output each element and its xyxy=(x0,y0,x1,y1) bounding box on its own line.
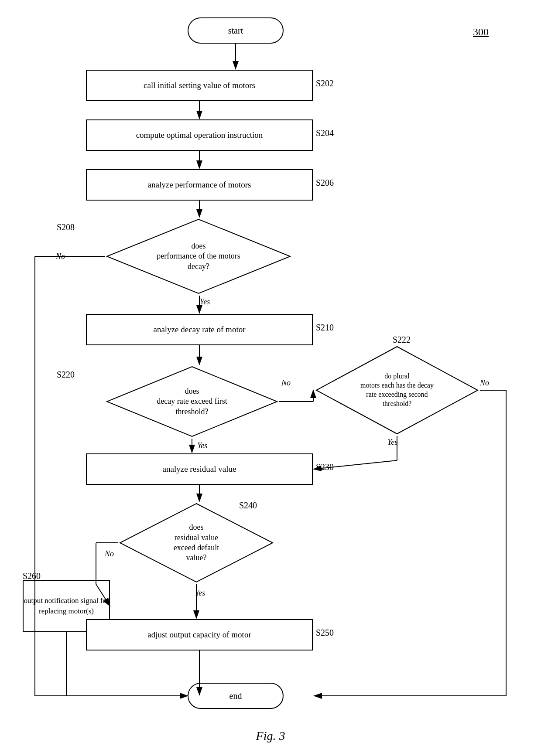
s240-diamond: doesresidual valueexceed defaultvalue? xyxy=(118,501,275,584)
s206-label: analyze performance of motors xyxy=(148,180,251,190)
s208-step: S208 xyxy=(57,222,75,232)
s250-label: adjust output capacity of motor xyxy=(147,630,251,640)
s220-step: S220 xyxy=(57,370,75,380)
s230-label: analyze residual value xyxy=(163,464,236,474)
s204-label: compute optimal operation instruction xyxy=(136,130,263,140)
s260-label: output notification signal for replacing… xyxy=(24,596,109,616)
s250-shape: adjust output capacity of motor xyxy=(86,619,313,650)
end-shape: end xyxy=(188,683,284,709)
s222-step: S222 xyxy=(393,335,411,345)
s222-yes-label: Yes xyxy=(387,438,397,447)
s222-text: do pluralmotors each has the decayrate e… xyxy=(352,368,442,412)
s208-text: doesperformance of the motorsdecay? xyxy=(148,237,249,276)
s220-yes-label: Yes xyxy=(197,441,207,450)
s250-step: S250 xyxy=(316,628,334,638)
s204-step: S204 xyxy=(316,128,334,138)
s210-shape: analyze decay rate of motor xyxy=(86,314,313,345)
s208-yes-label: Yes xyxy=(200,297,210,306)
s220-no-label: No xyxy=(281,378,291,388)
end-label: end xyxy=(229,691,242,701)
start-label: start xyxy=(228,26,243,36)
s260-step: S260 xyxy=(23,571,41,581)
s208-diamond: doesperformance of the motorsdecay? xyxy=(105,217,292,296)
s222-no-label: No xyxy=(480,378,489,388)
s210-label: analyze decay rate of motor xyxy=(154,325,246,334)
s208-no-label: No xyxy=(56,252,65,261)
s220-diamond: doesdecay rate exceed firstthreshold? xyxy=(105,364,279,439)
s230-shape: analyze residual value xyxy=(86,453,313,485)
s210-step: S210 xyxy=(316,323,334,333)
s240-yes-label: Yes xyxy=(195,589,205,598)
start-shape: start xyxy=(188,17,284,44)
s240-no-label: No xyxy=(105,549,114,558)
s240-text: doesresidual valueexceed defaultvalue? xyxy=(165,518,228,568)
s204-shape: compute optimal operation instruction xyxy=(86,119,313,151)
flowchart-diagram: 300 start call initial setting value of … xyxy=(0,0,541,756)
s240-step: S240 xyxy=(239,501,257,511)
s222-diamond: do pluralmotors each has the decayrate e… xyxy=(314,344,480,436)
ref-number: 300 xyxy=(473,26,489,38)
s206-step: S206 xyxy=(316,178,334,188)
s202-shape: call initial setting value of motors xyxy=(86,70,313,101)
s220-text: doesdecay rate exceed firstthreshold? xyxy=(148,382,236,421)
s230-step: S230 xyxy=(316,462,334,472)
s206-shape: analyze performance of motors xyxy=(86,169,313,201)
s202-label: call initial setting value of motors xyxy=(144,81,255,90)
figure-label: Fig. 3 xyxy=(256,729,285,743)
s202-step: S202 xyxy=(316,78,334,89)
